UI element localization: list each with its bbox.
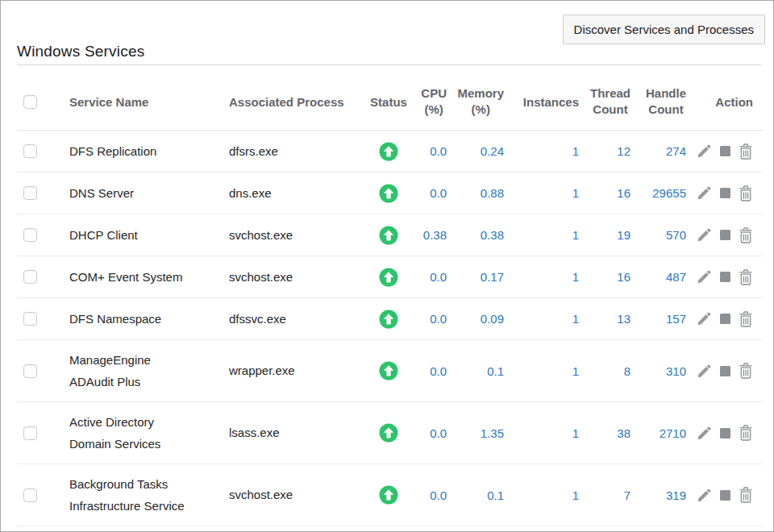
- instances-value[interactable]: 1: [572, 270, 579, 284]
- thread-count-value[interactable]: 16: [617, 270, 630, 284]
- status-up-icon: [379, 485, 398, 505]
- handle-count-value[interactable]: 29655: [652, 186, 686, 200]
- discover-services-button[interactable]: Discover Services and Processes: [563, 15, 765, 44]
- col-header-status[interactable]: Status: [366, 95, 411, 109]
- associated-process: svchost.exe: [229, 269, 293, 285]
- service-name: DHCP Client: [69, 224, 138, 246]
- instances-value[interactable]: 1: [572, 488, 579, 502]
- edit-icon[interactable]: [697, 364, 712, 379]
- stop-icon[interactable]: [719, 229, 731, 241]
- service-name: Active DirectoryDomain Services: [69, 411, 160, 455]
- row-checkbox[interactable]: [23, 426, 37, 440]
- delete-icon[interactable]: [739, 487, 753, 503]
- edit-icon[interactable]: [697, 269, 712, 285]
- associated-process: dfssvc.exe: [229, 311, 286, 327]
- delete-icon[interactable]: [739, 363, 753, 379]
- instances-value[interactable]: 1: [572, 144, 579, 158]
- memory-value[interactable]: 0.17: [481, 270, 504, 284]
- table-row: ManageEngineADAudit Plus wrapper.exe 0.0…: [17, 340, 763, 402]
- cpu-value[interactable]: 0.0: [430, 186, 447, 200]
- instances-value[interactable]: 1: [572, 426, 579, 440]
- page-title: Windows Services: [17, 43, 144, 60]
- cpu-value[interactable]: 0.0: [430, 312, 447, 326]
- col-header-cpu[interactable]: CPU (%): [411, 85, 447, 118]
- handle-count-value[interactable]: 310: [666, 364, 686, 378]
- delete-icon[interactable]: [739, 269, 753, 285]
- table-row: DNS Server dns.exe 0.0 0.88 1 16 29655: [17, 172, 763, 214]
- status-up-icon: [379, 184, 398, 203]
- row-checkbox[interactable]: [23, 144, 37, 158]
- associated-process: svchost.exe: [229, 487, 293, 503]
- instances-value[interactable]: 1: [572, 364, 579, 378]
- col-header-service-name[interactable]: Service Name: [59, 95, 217, 109]
- cpu-value[interactable]: 0.0: [430, 426, 447, 440]
- handle-count-value[interactable]: 274: [666, 144, 686, 158]
- cpu-value[interactable]: 0.0: [430, 488, 447, 502]
- memory-value[interactable]: 0.1: [487, 488, 504, 502]
- handle-count-value[interactable]: 319: [666, 488, 686, 502]
- stop-icon[interactable]: [719, 427, 731, 439]
- thread-count-value[interactable]: 16: [617, 186, 630, 200]
- thread-count-value[interactable]: 12: [617, 144, 630, 158]
- row-checkbox[interactable]: [23, 312, 37, 326]
- stop-icon[interactable]: [719, 365, 731, 377]
- row-checkbox[interactable]: [23, 488, 37, 502]
- handle-count-value[interactable]: 570: [666, 228, 686, 242]
- col-header-instances[interactable]: Instances: [504, 95, 579, 109]
- edit-icon[interactable]: [697, 311, 712, 326]
- associated-process: lsass.exe: [229, 425, 280, 441]
- col-header-thread-count[interactable]: Thread Count: [579, 85, 630, 118]
- memory-value[interactable]: 0.88: [481, 186, 504, 200]
- edit-icon[interactable]: [697, 227, 712, 243]
- stop-icon[interactable]: [719, 313, 731, 325]
- row-checkbox[interactable]: [23, 270, 37, 284]
- service-name: DNS Server: [69, 182, 134, 204]
- thread-count-value[interactable]: 13: [617, 312, 630, 326]
- edit-icon[interactable]: [697, 488, 712, 503]
- memory-value[interactable]: 0.24: [481, 144, 504, 158]
- table-row: DFS Replication dfsrs.exe 0.0 0.24 1 12 …: [17, 131, 763, 172]
- col-header-associated-process[interactable]: Associated Process: [217, 95, 366, 109]
- instances-value[interactable]: 1: [572, 186, 579, 200]
- thread-count-value[interactable]: 8: [624, 364, 630, 378]
- col-header-action: Action: [686, 95, 763, 109]
- thread-count-value[interactable]: 19: [617, 228, 630, 242]
- select-all-checkbox[interactable]: [23, 95, 37, 109]
- memory-value[interactable]: 0.38: [481, 228, 504, 242]
- cpu-value[interactable]: 0.0: [430, 364, 447, 378]
- stop-icon[interactable]: [719, 489, 731, 501]
- handle-count-value[interactable]: 487: [666, 270, 686, 284]
- memory-value[interactable]: 0.1: [487, 364, 504, 378]
- delete-icon[interactable]: [739, 311, 753, 327]
- thread-count-value[interactable]: 7: [624, 488, 630, 502]
- delete-icon[interactable]: [739, 143, 753, 160]
- handle-count-value[interactable]: 2710: [660, 426, 686, 440]
- handle-count-value[interactable]: 157: [666, 312, 686, 326]
- cpu-value[interactable]: 0.38: [423, 228, 447, 242]
- row-checkbox[interactable]: [23, 364, 37, 378]
- row-checkbox[interactable]: [23, 228, 37, 242]
- memory-value[interactable]: 0.09: [481, 312, 504, 326]
- windows-services-table: Service Name Associated Process Status C…: [17, 73, 763, 526]
- row-checkbox[interactable]: [23, 186, 37, 200]
- table-row: DFS Namespace dfssvc.exe 0.0 0.09 1 13 1…: [17, 298, 763, 340]
- edit-icon[interactable]: [697, 143, 712, 159]
- cpu-value[interactable]: 0.0: [430, 144, 447, 158]
- delete-icon[interactable]: [739, 227, 753, 243]
- edit-icon[interactable]: [697, 185, 712, 201]
- stop-icon[interactable]: [719, 145, 731, 157]
- table-row: Active DirectoryDomain Services lsass.ex…: [17, 402, 763, 464]
- stop-icon[interactable]: [719, 271, 731, 283]
- cpu-value[interactable]: 0.0: [430, 270, 447, 284]
- instances-value[interactable]: 1: [572, 228, 579, 242]
- delete-icon[interactable]: [739, 185, 753, 202]
- instances-value[interactable]: 1: [572, 312, 579, 326]
- delete-icon[interactable]: [739, 425, 753, 441]
- thread-count-value[interactable]: 38: [617, 426, 630, 440]
- stop-icon[interactable]: [719, 187, 731, 199]
- col-header-handle-count[interactable]: Handle Count: [630, 85, 686, 118]
- service-name: COM+ Event System: [69, 266, 182, 288]
- edit-icon[interactable]: [697, 426, 712, 441]
- col-header-memory[interactable]: Memory (%): [447, 85, 504, 118]
- memory-value[interactable]: 1.35: [481, 426, 504, 440]
